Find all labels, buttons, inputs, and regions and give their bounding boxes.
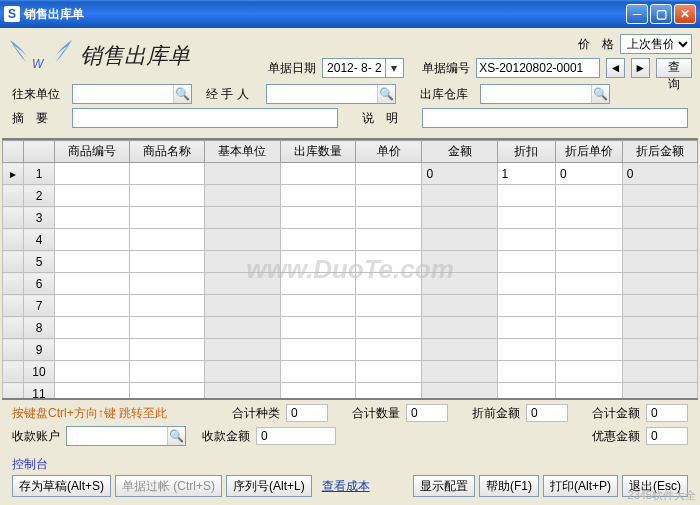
qty-label: 合计数量: [352, 405, 400, 422]
partner-input[interactable]: 🔍: [72, 84, 192, 104]
kinds-value: 0: [286, 404, 328, 422]
col-header[interactable]: 单价: [355, 141, 422, 163]
pre-amount-label: 折前金额: [472, 405, 520, 422]
table-row[interactable]: ▸10100: [3, 163, 698, 185]
minimize-button[interactable]: ─: [626, 4, 648, 24]
search-icon[interactable]: 🔍: [591, 85, 609, 103]
table-row[interactable]: 5: [3, 251, 698, 273]
col-header[interactable]: 折后金额: [622, 141, 697, 163]
table-row[interactable]: 3: [3, 207, 698, 229]
view-cost-link[interactable]: 查看成本: [316, 475, 376, 497]
keyboard-tip: 按键盘Ctrl+方向↑键 跳转至此: [12, 405, 167, 422]
col-header[interactable]: 折扣: [497, 141, 555, 163]
col-header[interactable]: 商品编号: [55, 141, 130, 163]
control-panel-label: 控制台: [12, 456, 688, 473]
table-row[interactable]: 8: [3, 317, 698, 339]
date-input[interactable]: ▾: [322, 58, 404, 78]
col-header[interactable]: 出库数量: [280, 141, 355, 163]
app-icon: S: [4, 6, 20, 22]
doc-no-label: 单据编号: [418, 60, 470, 77]
table-row[interactable]: 6: [3, 273, 698, 295]
save-draft-button[interactable]: 存为草稿(Alt+S): [12, 475, 111, 497]
search-icon[interactable]: 🔍: [173, 85, 191, 103]
titlebar: S 销售出库单 ─ ▢ ✕: [0, 0, 700, 28]
price-label: 价 格: [558, 36, 614, 53]
col-header[interactable]: 金额: [422, 141, 497, 163]
warehouse-label: 出库仓库: [420, 86, 476, 103]
summary-area: 按键盘Ctrl+方向↑键 跳转至此 合计种类 0 合计数量 0 折前金额 0 合…: [2, 400, 698, 454]
memo-input[interactable]: [72, 108, 338, 128]
data-table[interactable]: www.DuoTe.com 商品编号 商品名称 基本单位 出库数量 单价 金额 …: [2, 138, 698, 400]
page-title: 销售出库单: [80, 41, 190, 71]
handler-label: 经 手 人: [206, 86, 262, 103]
col-header[interactable]: 商品名称: [130, 141, 205, 163]
doc-no-input[interactable]: [476, 58, 600, 78]
total-label: 合计金额: [592, 405, 640, 422]
qty-value: 0: [406, 404, 448, 422]
warehouse-input[interactable]: 🔍: [480, 84, 610, 104]
next-button[interactable]: ►: [631, 58, 650, 78]
chevron-down-icon[interactable]: ▾: [385, 59, 401, 77]
table-row[interactable]: 4: [3, 229, 698, 251]
discount-amount-label: 优惠金额: [592, 428, 640, 445]
table-row[interactable]: 11: [3, 383, 698, 401]
serial-button[interactable]: 序列号(Alt+L): [226, 475, 312, 497]
exit-button[interactable]: 退出(Esc): [622, 475, 688, 497]
search-icon[interactable]: 🔍: [377, 85, 395, 103]
receive-label: 收款金额: [202, 428, 250, 445]
search-icon[interactable]: 🔍: [167, 427, 185, 445]
kinds-label: 合计种类: [232, 405, 280, 422]
handler-input[interactable]: 🔍: [266, 84, 396, 104]
logo-wings-icon: W: [8, 38, 74, 74]
table-row[interactable]: 9: [3, 339, 698, 361]
receive-value[interactable]: 0: [256, 427, 336, 445]
header-panel: W 销售出库单 价 格 上次售价 单据日期 ▾ 单据编号 ◄ ► 查询: [2, 30, 698, 82]
col-header[interactable]: 折后单价: [556, 141, 623, 163]
total-value: 0: [646, 404, 688, 422]
show-config-button[interactable]: 显示配置: [413, 475, 475, 497]
pre-amount-value: 0: [526, 404, 568, 422]
table-row[interactable]: 7: [3, 295, 698, 317]
account-input[interactable]: 🔍: [66, 426, 186, 446]
post-button[interactable]: 单据过帐 (Ctrl+S): [115, 475, 222, 497]
svg-text:W: W: [32, 57, 45, 71]
footer-area: 控制台 存为草稿(Alt+S) 单据过帐 (Ctrl+S) 序列号(Alt+L)…: [2, 454, 698, 503]
desc-input[interactable]: [422, 108, 688, 128]
filter-area: 往来单位 🔍 经 手 人 🔍 出库仓库 🔍 摘 要 说 明: [2, 82, 698, 138]
desc-label: 说 明: [362, 110, 418, 127]
query-button[interactable]: 查询: [656, 58, 692, 78]
maximize-button[interactable]: ▢: [650, 4, 672, 24]
table-row[interactable]: 2: [3, 185, 698, 207]
print-button[interactable]: 打印(Alt+P): [543, 475, 618, 497]
memo-label: 摘 要: [12, 110, 68, 127]
table-row[interactable]: 10: [3, 361, 698, 383]
price-select[interactable]: 上次售价: [620, 34, 692, 54]
help-button[interactable]: 帮助(F1): [479, 475, 539, 497]
account-label: 收款账户: [12, 428, 60, 445]
col-header[interactable]: 基本单位: [205, 141, 280, 163]
prev-button[interactable]: ◄: [606, 58, 625, 78]
discount-amount-value[interactable]: 0: [646, 427, 688, 445]
window-title: 销售出库单: [24, 6, 626, 23]
partner-label: 往来单位: [12, 86, 68, 103]
close-button[interactable]: ✕: [674, 4, 696, 24]
date-label: 单据日期: [264, 60, 316, 77]
